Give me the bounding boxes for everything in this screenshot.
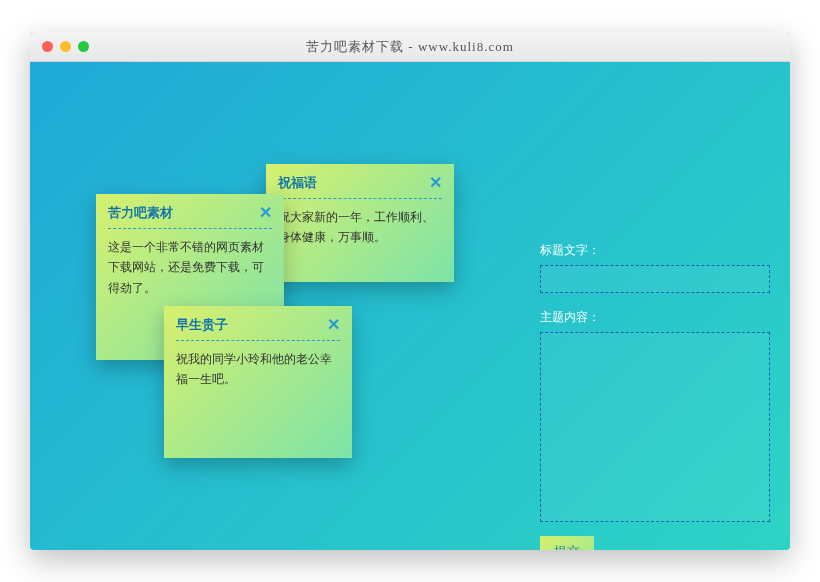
maximize-window-icon[interactable]	[78, 41, 89, 52]
window-title: 苦力吧素材下载 - www.kuli8.com	[30, 38, 790, 56]
note-title: 苦力吧素材	[108, 204, 173, 222]
note-title: 祝福语	[278, 174, 317, 192]
note-title: 早生贵子	[176, 316, 228, 334]
close-window-icon[interactable]	[42, 41, 53, 52]
close-icon[interactable]: ✕	[429, 175, 442, 191]
window-controls	[42, 41, 89, 52]
note-body: 祝我的同学小玲和他的老公幸福一生吧。	[176, 349, 340, 390]
submit-button[interactable]: 提交	[540, 536, 594, 550]
note-body: 这是一个非常不错的网页素材下载网站，还是免费下载，可得劲了。	[108, 237, 272, 298]
note-header: 祝福语 ✕	[278, 174, 442, 199]
note-header: 苦力吧素材 ✕	[108, 204, 272, 229]
title-label: 标题文字：	[540, 242, 770, 259]
title-input[interactable]	[540, 265, 770, 293]
note-header: 早生贵子 ✕	[176, 316, 340, 341]
content-textarea[interactable]	[540, 332, 770, 522]
app-window: 苦力吧素材下载 - www.kuli8.com 祝福语 ✕ 祝大家新的一年，工作…	[30, 32, 790, 550]
content-area: 祝福语 ✕ 祝大家新的一年，工作顺利、身体健康，万事顺。 苦力吧素材 ✕ 这是一…	[30, 62, 790, 550]
content-label: 主题内容：	[540, 309, 770, 326]
close-icon[interactable]: ✕	[327, 317, 340, 333]
sticky-note[interactable]: 祝福语 ✕ 祝大家新的一年，工作顺利、身体健康，万事顺。	[266, 164, 454, 282]
sticky-note[interactable]: 早生贵子 ✕ 祝我的同学小玲和他的老公幸福一生吧。	[164, 306, 352, 458]
titlebar: 苦力吧素材下载 - www.kuli8.com	[30, 32, 790, 62]
close-icon[interactable]: ✕	[259, 205, 272, 221]
note-form: 标题文字： 主题内容： 提交	[540, 242, 770, 550]
minimize-window-icon[interactable]	[60, 41, 71, 52]
note-body: 祝大家新的一年，工作顺利、身体健康，万事顺。	[278, 207, 442, 248]
